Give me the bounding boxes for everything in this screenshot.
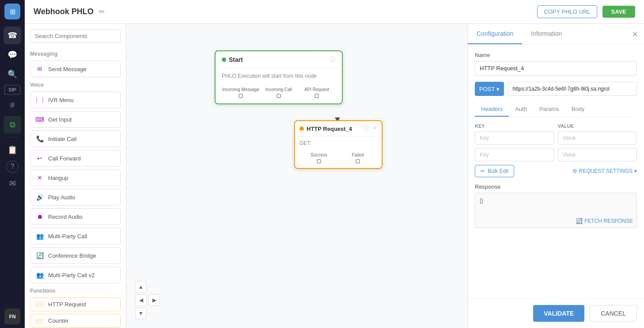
panel-body: Name POST ▾ Headers Auth Params Body: [468, 45, 644, 298]
actions-row: ✏ Bulk Edit ⚙ REQUEST SETTINGS ▾: [475, 165, 637, 177]
multi-party-call-label: Multi-Party Call: [48, 233, 87, 240]
sub-tab-body[interactable]: Body: [565, 102, 591, 117]
canvas-nav-down[interactable]: ▼: [135, 308, 147, 319]
top-bar: Webhook PHLO ✏ COPY PHLO URL SAVE: [25, 0, 644, 24]
name-field-label: Name: [475, 52, 637, 58]
counter-icon: [35, 318, 45, 324]
component-record-audio[interactable]: ⏺ Record Audio: [30, 208, 121, 225]
component-multi-party-v2[interactable]: 👥 Multi-Party Call v2: [30, 267, 121, 283]
section-voice-label: Voice: [30, 82, 121, 88]
component-http-request[interactable]: HTTP Request: [30, 297, 121, 311]
fetch-response-label: FETCH RESPONSE: [584, 218, 633, 224]
component-initiate-call[interactable]: 📞 Initiate Call: [30, 130, 121, 147]
tab-configuration[interactable]: Configuration: [468, 24, 522, 44]
response-box: {} 🔄 FETCH RESPONSE: [475, 193, 637, 228]
value-input-1[interactable]: [558, 131, 637, 145]
method-selector-button[interactable]: POST ▾: [475, 82, 504, 96]
port-incoming-call[interactable]: Incoming Call: [260, 87, 298, 98]
nav-separator-1: [6, 137, 19, 137]
http-node-header: HTTP Request_4 ⓘ ✕: [295, 121, 382, 137]
url-input[interactable]: [508, 82, 637, 96]
canvas-nav-right[interactable]: ▶: [148, 294, 160, 306]
panel-close-button[interactable]: ✕: [632, 30, 638, 38]
hangup-icon: ✕: [35, 173, 45, 183]
sub-tab-params[interactable]: Params: [533, 102, 565, 117]
sub-tab-auth[interactable]: Auth: [509, 102, 533, 117]
value-input-2[interactable]: [558, 148, 637, 161]
main-content: Webhook PHLO ✏ COPY PHLO URL SAVE Messag…: [25, 0, 644, 328]
component-ivr-menu[interactable]: ⋮⋮ IVR Menu: [30, 92, 121, 108]
method-chevron-icon: ▾: [496, 86, 500, 92]
search-input[interactable]: [30, 29, 121, 43]
canvas-nav-up[interactable]: ▲: [135, 281, 147, 293]
component-hangup[interactable]: ✕ Hangup: [30, 169, 121, 186]
copy-phlo-url-button[interactable]: COPY PHLO URL: [537, 5, 597, 18]
get-input-label: Get Input: [48, 116, 72, 123]
bulk-edit-label: Bulk Edit: [488, 168, 508, 174]
start-node-body: PHLO Execution will start from this node: [216, 69, 342, 84]
port-success[interactable]: Success: [299, 153, 338, 164]
port-dot-api-request: [314, 94, 319, 98]
fetch-response-button[interactable]: 🔄 FETCH RESPONSE: [576, 218, 633, 224]
cancel-button[interactable]: CANCEL: [590, 305, 637, 322]
canvas-nav-left[interactable]: ◀: [135, 294, 147, 306]
name-input[interactable]: [475, 61, 637, 76]
nav-item-logs[interactable]: 📋: [4, 141, 21, 159]
response-value: {}: [480, 198, 483, 204]
bulk-edit-button[interactable]: ✏ Bulk Edit: [475, 165, 514, 177]
http-node-title: HTTP Request_4: [307, 126, 352, 132]
record-audio-label: Record Audio: [48, 214, 83, 220]
http-node-close-icon[interactable]: ✕: [372, 125, 377, 133]
component-call-forward[interactable]: ↩ Call Forward: [30, 150, 121, 167]
method-label: POST: [479, 86, 495, 92]
tab-information[interactable]: Information: [522, 24, 571, 44]
port-failed[interactable]: Failed: [338, 153, 377, 164]
nav-item-phone[interactable]: ☎: [4, 27, 21, 44]
key-input-2[interactable]: [475, 148, 554, 161]
key-input-1[interactable]: [475, 131, 554, 145]
sub-tabs: Headers Auth Params Body: [475, 102, 637, 117]
url-row: POST ▾: [475, 82, 637, 96]
start-node[interactable]: Start ⓘ PHLO Execution will start from t…: [215, 50, 343, 104]
sub-tab-headers[interactable]: Headers: [475, 102, 509, 117]
component-conference-bridge[interactable]: 🔄 Conference Bridge: [30, 247, 121, 264]
http-request-node[interactable]: HTTP Request_4 ⓘ ✕ GET: Success: [294, 120, 383, 169]
nav-item-messages[interactable]: 💬: [4, 46, 21, 64]
validate-button[interactable]: VALIDATE: [533, 305, 584, 322]
nav-item-fn[interactable]: FN: [4, 309, 20, 324]
http-node-method: GET:: [299, 140, 311, 146]
initiate-call-icon: 📞: [35, 134, 45, 144]
http-node-body: GET:: [295, 137, 382, 150]
port-api-request[interactable]: API Request: [298, 87, 336, 98]
start-node-info-icon[interactable]: ⓘ: [330, 56, 336, 64]
refresh-icon: 🔄: [576, 218, 583, 224]
canvas[interactable]: Start ⓘ PHLO Execution will start from t…: [126, 24, 467, 328]
save-button[interactable]: SAVE: [602, 6, 635, 18]
port-dot-failed: [356, 159, 360, 164]
http-request-icon: [35, 301, 45, 308]
nav-item-search[interactable]: 🔍: [4, 65, 21, 83]
component-multi-party-call[interactable]: 👥 Multi-Party Call: [30, 228, 121, 244]
nav-item-sip[interactable]: SIP: [4, 85, 20, 95]
initiate-call-label: Initiate Call: [48, 136, 76, 142]
right-panel: Configuration Information ✕ Name POST ▾ …: [467, 24, 644, 328]
http-node-info-icon[interactable]: ⓘ: [364, 125, 370, 133]
nav-item-flows[interactable]: ⧉: [4, 116, 21, 133]
nav-item-hash[interactable]: #: [4, 96, 21, 114]
component-counter[interactable]: Counter: [30, 314, 121, 328]
counter-label: Counter: [48, 317, 68, 324]
kv-header: KEY VALUE: [475, 123, 637, 129]
call-forward-label: Call Forward: [48, 155, 81, 162]
key-col-label: KEY: [475, 123, 554, 129]
component-get-input[interactable]: ⌨ Get Input: [30, 111, 121, 128]
component-send-message[interactable]: ✉ Send Message: [30, 61, 121, 77]
hangup-label: Hangup: [48, 175, 68, 181]
nav-item-help[interactable]: ?: [6, 160, 19, 173]
request-settings-button[interactable]: ⚙ REQUEST SETTINGS ▾: [572, 168, 637, 174]
play-audio-label: Play Audio: [48, 194, 75, 201]
edit-title-icon[interactable]: ✏: [99, 8, 105, 16]
panel-header: Configuration Information ✕: [468, 24, 644, 45]
nav-item-mail[interactable]: ✉: [4, 175, 21, 192]
component-play-audio[interactable]: 🔊 Play Audio: [30, 189, 121, 206]
port-incoming-message[interactable]: Incoming Message: [222, 87, 260, 98]
